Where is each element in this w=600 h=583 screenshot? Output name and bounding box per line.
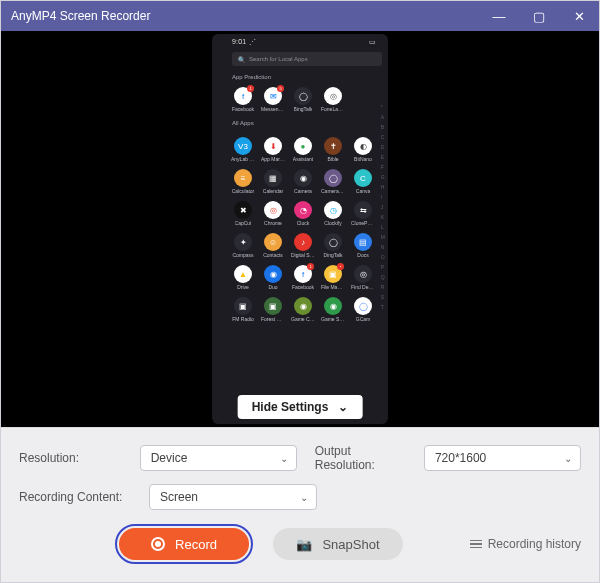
recording-content-select[interactable]: Screen ⌄	[149, 484, 317, 510]
record-label: Record	[175, 537, 217, 552]
alpha-index-letter[interactable]: E	[381, 154, 385, 160]
app-icon-calendar[interactable]: ▦Calendar	[262, 169, 284, 194]
app-label: Canva	[356, 189, 370, 194]
phone-time: 9:01	[232, 38, 246, 45]
recording-history-link[interactable]: Recording history	[470, 537, 581, 551]
app-icon: ⇆	[354, 201, 372, 219]
app-icon-assistant[interactable]: ●Assistant	[292, 137, 314, 162]
app-label: Calendar	[263, 189, 283, 194]
app-icon-game-center[interactable]: ◉Game Center	[292, 297, 314, 322]
app-icon-duo[interactable]: ◉Duo	[262, 265, 284, 290]
output-resolution-value: 720*1600	[435, 451, 486, 465]
resolution-select[interactable]: Device ⌄	[140, 445, 297, 471]
app-icon-camera[interactable]: ◉Camera	[292, 169, 314, 194]
alpha-index-letter[interactable]: A	[381, 114, 385, 120]
alpha-index-letter[interactable]: C	[381, 134, 385, 140]
app-label: Camera	[294, 189, 312, 194]
app-icon-docs[interactable]: ▤Docs	[352, 233, 374, 258]
app-icon: f1	[294, 265, 312, 283]
app-icon-game-space[interactable]: ◉Game Space	[322, 297, 344, 322]
alpha-index-letter[interactable]: L	[381, 224, 385, 230]
app-grid-row: ▲Drive◉Duof1Facebook▣•File Manager◎Find …	[232, 265, 382, 290]
minimize-button[interactable]: —	[479, 1, 519, 31]
app-icon: ◯	[324, 233, 342, 251]
notification-badge: 5	[277, 85, 284, 92]
app-icon-messenger[interactable]: ✉5Messenger	[262, 87, 284, 112]
output-resolution-label: Output Resolution:	[315, 444, 406, 472]
alpha-index-letter[interactable]: F	[381, 164, 385, 170]
preview-area: 9:01 ⋰ ▭ 🔍 Search for Local Apps App Pre…	[1, 31, 599, 427]
app-label: File Manager	[321, 285, 345, 290]
app-icon-facebook[interactable]: f1Facebook	[292, 265, 314, 290]
app-icon-bitnano[interactable]: ◐BitNano	[352, 137, 374, 162]
app-icon-clonephone[interactable]: ⇆ClonePhone	[352, 201, 374, 226]
app-icon-dingtalk[interactable]: ◯DingTalk	[322, 233, 344, 258]
app-icon-fm-radio[interactable]: ▣FM Radio	[232, 297, 254, 322]
app-label: Clock	[297, 221, 310, 226]
record-button[interactable]: Record	[119, 528, 249, 560]
app-icon: ☺	[264, 233, 282, 251]
phone-search-bar[interactable]: 🔍 Search for Local Apps	[232, 52, 382, 66]
close-button[interactable]: ✕	[559, 1, 599, 31]
alpha-index-letter[interactable]: O	[381, 254, 385, 260]
app-label: Duo	[268, 285, 277, 290]
alpha-index-letter[interactable]: J	[381, 204, 385, 210]
snapshot-button[interactable]: 📷 SnapShot	[273, 528, 403, 560]
app-icon-compass[interactable]: ✦Compass	[232, 233, 254, 258]
app-icon-capcut[interactable]: ✖CapCut	[232, 201, 254, 226]
app-icon-fonelab-mirror[interactable]: ◎FoneLab Mirror	[322, 87, 344, 112]
app-icon: ✦	[234, 233, 252, 251]
alpha-index[interactable]: *ABCDEFGHIJKLMNOPQRST	[381, 104, 385, 310]
app-icon: ▲	[234, 265, 252, 283]
app-icon: ✉5	[264, 87, 282, 105]
battery-icon: ▭	[369, 38, 376, 46]
alpha-index-letter[interactable]: R	[381, 284, 385, 290]
alpha-index-letter[interactable]: I	[381, 194, 385, 200]
app-icon-facebook[interactable]: f1Facebook	[232, 87, 254, 112]
alpha-index-letter[interactable]: M	[381, 234, 385, 240]
hide-settings-label: Hide Settings	[252, 400, 329, 414]
app-icon: ◯	[294, 87, 312, 105]
app-label: Find Device	[351, 285, 375, 290]
alpha-index-letter[interactable]: P	[381, 264, 385, 270]
app-icon-digital-songbook[interactable]: ♪Digital Songbook	[292, 233, 314, 258]
alpha-index-letter[interactable]: K	[381, 214, 385, 220]
app-icon-gcam[interactable]: ◯GCam	[352, 297, 374, 322]
app-label: BingTalk	[294, 107, 313, 112]
app-icon-contacts[interactable]: ☺Contacts	[262, 233, 284, 258]
alpha-index-letter[interactable]: *	[381, 104, 385, 110]
app-icon-app-market[interactable]: ⬇App Market	[262, 137, 284, 162]
alpha-index-letter[interactable]: B	[381, 124, 385, 130]
hide-settings-button[interactable]: Hide Settings ⌄	[238, 395, 363, 419]
section-all-label: All Apps	[232, 120, 382, 126]
app-icon-chrome[interactable]: ◎Chrome	[262, 201, 284, 226]
app-icon-canva[interactable]: CCanva	[352, 169, 374, 194]
app-icon: ✖	[234, 201, 252, 219]
app-icon-file-manager[interactable]: ▣•File Manager	[322, 265, 344, 290]
alpha-index-letter[interactable]: N	[381, 244, 385, 250]
output-resolution-select[interactable]: 720*1600 ⌄	[424, 445, 581, 471]
app-icon-bible[interactable]: ✝Bible	[322, 137, 344, 162]
app-icon-clock[interactable]: ◔Clock	[292, 201, 314, 226]
app-icon-forest-m-[interactable]: ▣Forest M…	[262, 297, 284, 322]
notification-badge: •	[337, 263, 344, 270]
alpha-index-letter[interactable]: Q	[381, 274, 385, 280]
app-icon-camera360[interactable]: ◯Camera360	[322, 169, 344, 194]
recording-history-label: Recording history	[488, 537, 581, 551]
app-label: Docs	[357, 253, 368, 258]
app-icon-bingtalk[interactable]: ◯BingTalk	[292, 87, 314, 112]
app-icon-drive[interactable]: ▲Drive	[232, 265, 254, 290]
alpha-index-letter[interactable]: H	[381, 184, 385, 190]
alpha-index-letter[interactable]: G	[381, 174, 385, 180]
app-label: Facebook	[292, 285, 314, 290]
alpha-index-letter[interactable]: S	[381, 294, 385, 300]
app-icon-find-device[interactable]: ◎Find Device	[352, 265, 374, 290]
maximize-button[interactable]: ▢	[519, 1, 559, 31]
app-window: AnyMP4 Screen Recorder — ▢ ✕ 9:01 ⋰ ▭ 🔍 …	[0, 0, 600, 583]
app-icon-anylab-v3-mobile-pro[interactable]: V3AnyLab V3 Mobile Pro	[232, 137, 254, 162]
app-icon-clockify[interactable]: ◷Clockify	[322, 201, 344, 226]
camera-icon: 📷	[296, 537, 312, 552]
app-icon-calculator[interactable]: ≡Calculator	[232, 169, 254, 194]
alpha-index-letter[interactable]: D	[381, 144, 385, 150]
alpha-index-letter[interactable]: T	[381, 304, 385, 310]
